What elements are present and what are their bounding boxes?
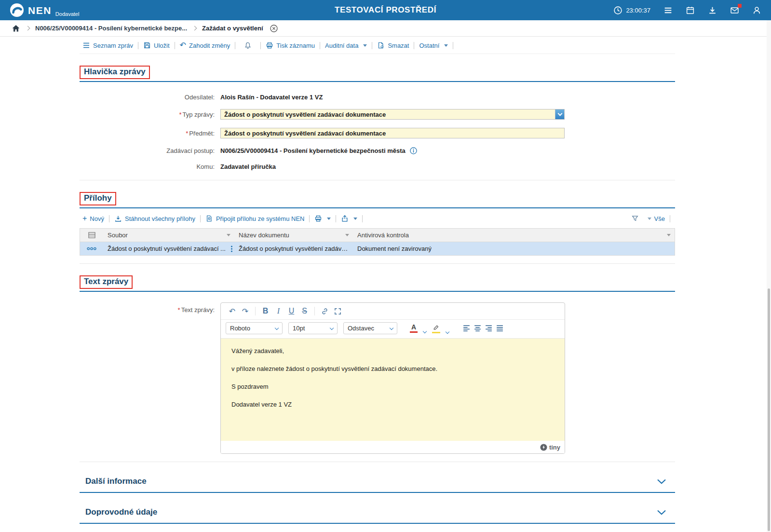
row-menu-cell[interactable]	[80, 242, 103, 255]
new-attachment-button[interactable]: + Nový	[82, 215, 104, 222]
chevron-down-icon	[353, 218, 357, 220]
chevron-down-icon	[327, 218, 331, 220]
cell-nazev[interactable]: Žádost o poskytnutí vysvětlení zadáva...	[234, 242, 353, 255]
font-family-select[interactable]: Roboto	[226, 322, 283, 334]
printer-icon	[266, 41, 273, 49]
highlight-pen-icon	[432, 324, 440, 333]
print-record-label: Tisk záznamu	[276, 42, 315, 49]
editor-divider	[255, 307, 256, 315]
recipient-label: Komu:	[80, 163, 220, 170]
scrollbar-thumb[interactable]	[768, 288, 770, 531]
download-icon[interactable]	[708, 6, 717, 15]
close-tab-icon[interactable]	[270, 24, 278, 33]
redo-icon[interactable]: ↷	[239, 305, 252, 317]
subject-input[interactable]: Žádost o poskytnutí vysvětlení zadávací …	[220, 128, 565, 138]
cell-antivir[interactable]: Dokument není zavirovaný	[353, 242, 675, 255]
form-row-sender: Odesílatel: Alois Rašín - Dodavatel verz…	[80, 94, 675, 101]
nen-logo[interactable]: NEN Dodavatel	[10, 3, 79, 17]
bold-button[interactable]: B	[259, 305, 272, 317]
save-button[interactable]: Uložit	[143, 41, 170, 49]
align-right-icon[interactable]	[485, 325, 493, 332]
breadcrumb-separator-icon	[192, 26, 197, 31]
sender-value: Alois Rašín - Dodavatel verze 1 VZ	[220, 94, 565, 101]
section-title-text-zpravy: Text zprávy	[84, 277, 128, 286]
editor-toolbar-bottom: Roboto 10pt Odstavec A	[221, 320, 565, 339]
audit-data-button[interactable]: Auditní data	[325, 42, 367, 49]
cell-soubor[interactable]: Žádost o poskytnutí vysvětlení zadávací …	[103, 242, 234, 255]
mail-badge	[738, 4, 742, 8]
message-type-select[interactable]: Žádost o poskytnutí vysvětlení zadávací …	[220, 109, 565, 120]
cell-more-icon[interactable]	[230, 245, 233, 253]
record-toolbar: Seznam zpráv Uložit ↶ Zahodit změny	[80, 37, 675, 54]
messages-button[interactable]	[730, 6, 739, 15]
column-header-soubor[interactable]: Soubor	[103, 229, 234, 242]
italic-button[interactable]: I	[272, 305, 285, 317]
attachments-table: Soubor Název dokumentu Antivirová kontro…	[80, 228, 675, 256]
highlight-color-button[interactable]	[432, 324, 449, 333]
subject-label: *Předmět:	[80, 130, 220, 137]
toolbar-divider	[260, 42, 261, 49]
tiny-brand[interactable]: tiny	[540, 444, 560, 451]
delete-button[interactable]: Smazat	[377, 41, 409, 49]
editor-footer: tiny	[221, 441, 565, 453]
toolbar-divider	[235, 42, 235, 49]
home-icon[interactable]	[12, 24, 20, 33]
cell-nazev-text: Žádost o poskytnutí vysvětlení zadáva...	[239, 245, 349, 252]
section-dalsi-informace[interactable]: Další informace	[80, 474, 675, 493]
breadcrumb-procedure[interactable]: N006/25/V00009414 - Posílení kybernetick…	[35, 25, 187, 32]
attachment-row[interactable]: Žádost o poskytnutí vysvětlení zadávací …	[80, 242, 675, 255]
column-settings-cell[interactable]	[80, 229, 103, 242]
save-label: Uložit	[154, 42, 170, 49]
message-paragraph: S pozdravem	[231, 383, 554, 390]
recipient-value: Zadavatel příručka	[220, 163, 565, 170]
column-header-nazev[interactable]: Název dokumentu	[234, 229, 353, 242]
text-color-icon: A	[410, 324, 418, 333]
other-actions-button[interactable]: Ostatní	[419, 42, 448, 49]
notifications-button[interactable]	[244, 41, 252, 49]
column-filter-icon[interactable]	[667, 234, 671, 236]
underline-button[interactable]: U	[285, 305, 298, 317]
column-header-antivir[interactable]: Antivirová kontrola	[353, 229, 675, 242]
download-all-attachments-button[interactable]: Stáhnout všechny přílohy	[114, 215, 195, 222]
select-dropdown-button[interactable]	[555, 109, 564, 119]
export-attachments-button[interactable]	[341, 215, 357, 222]
brand-subtitle: Dodavatel	[55, 11, 80, 17]
chevron-down-icon	[363, 44, 367, 47]
column-filter-icon[interactable]	[227, 234, 230, 236]
message-header-form: Odesílatel: Alois Rašín - Dodavatel verz…	[80, 82, 675, 170]
attach-from-nen-button[interactable]: Připojit přílohu ze systému NEN	[205, 215, 305, 222]
column-filter-icon[interactable]	[345, 234, 349, 236]
toolbar-divider	[200, 215, 201, 222]
link-button[interactable]	[318, 305, 331, 317]
section-message-header: Hlavička zprávy Odesílatel: Alois Rašín …	[80, 66, 675, 180]
discard-changes-button[interactable]: ↶ Zahodit změny	[180, 41, 230, 49]
font-size-select[interactable]: 10pt	[288, 322, 338, 334]
info-icon[interactable]	[409, 147, 418, 155]
view-all-filter-button[interactable]: Vše	[648, 215, 665, 222]
fullscreen-button[interactable]	[331, 305, 344, 317]
cell-soubor-text: Žádost o poskytnutí vysvětlení zadávací …	[108, 245, 226, 252]
align-justify-icon[interactable]	[496, 325, 504, 332]
user-icon[interactable]	[752, 6, 761, 15]
list-icon	[82, 41, 90, 49]
undo-icon[interactable]: ↶	[226, 305, 239, 317]
filter-icon[interactable]	[631, 215, 639, 222]
chevron-down-icon	[657, 479, 666, 484]
strikethrough-button[interactable]: S	[298, 305, 311, 317]
message-paragraph: v příloze naleznete žádost o poskytnutí …	[231, 365, 554, 372]
print-record-button[interactable]: Tisk záznamu	[266, 41, 315, 49]
align-left-icon[interactable]	[462, 325, 471, 332]
calendar-icon[interactable]	[686, 6, 695, 15]
chevron-down-icon	[557, 111, 562, 116]
menu-icon[interactable]	[663, 6, 673, 15]
print-attachments-button[interactable]	[314, 215, 331, 222]
align-center-icon[interactable]	[473, 325, 482, 332]
chevron-down-icon	[648, 218, 651, 220]
section-doprovodne-udaje[interactable]: Doprovodné údaje	[80, 505, 675, 524]
message-text-content[interactable]: Vážený zadavateli, v příloze naleznete ž…	[221, 339, 565, 441]
text-color-button[interactable]: A	[410, 324, 426, 333]
paragraph-style-select[interactable]: Odstavec	[343, 322, 397, 334]
delete-record-icon	[377, 41, 385, 49]
section-message-text: Text zprávy *Text zprávy: ↶ ↷ B I U S	[80, 275, 675, 462]
message-list-button[interactable]: Seznam zpráv	[82, 41, 133, 49]
